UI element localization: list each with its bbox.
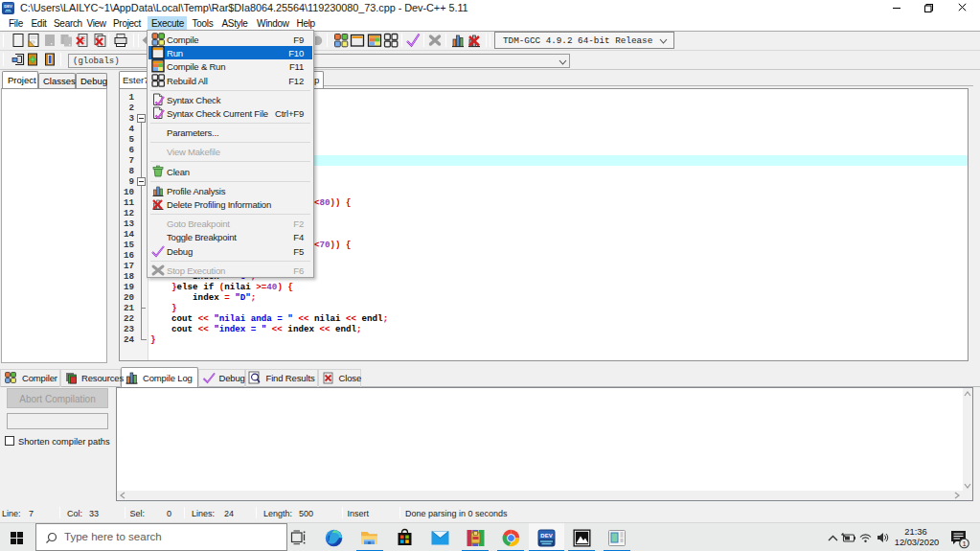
- svg-text:DEV: DEV: [4, 4, 12, 9]
- svg-text:1: 1: [962, 540, 966, 548]
- svg-text:DEV: DEV: [540, 533, 552, 539]
